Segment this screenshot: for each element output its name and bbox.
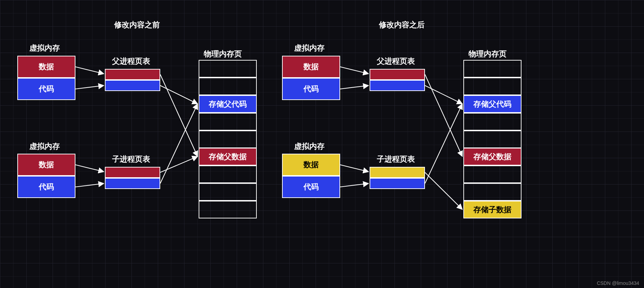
svg-line-11: [340, 183, 369, 187]
svg-line-10: [340, 165, 369, 172]
arrows-layer: [0, 0, 644, 288]
svg-line-8: [340, 67, 369, 74]
svg-line-13: [425, 86, 462, 104]
svg-line-2: [75, 165, 104, 172]
svg-line-0: [75, 67, 104, 74]
svg-line-6: [160, 156, 198, 172]
svg-line-1: [75, 86, 104, 89]
watermark: CSDN @limou3434: [597, 280, 639, 286]
svg-line-14: [425, 172, 462, 209]
svg-line-5: [160, 86, 198, 104]
svg-line-9: [340, 86, 369, 89]
svg-line-3: [75, 183, 104, 187]
